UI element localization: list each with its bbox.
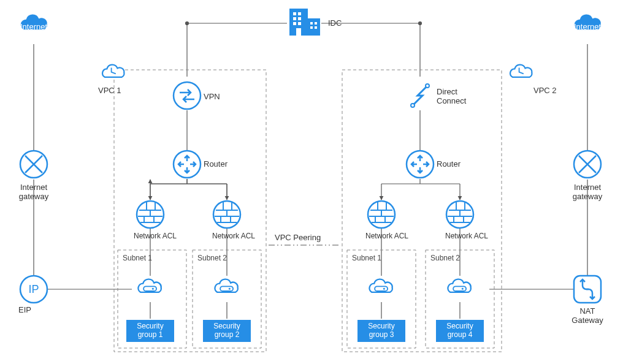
router-left-label: Router <box>204 159 227 169</box>
vpc-peering-label: VPC Peering <box>275 233 321 242</box>
diagram-stage: Internet Internet IP IDC VPC 1 VPC 2 VPN… <box>0 0 623 364</box>
ip-text: IP <box>28 283 39 295</box>
vpc1-label: VPC 1 <box>98 86 121 95</box>
direct-connect-label: Direct Connect <box>437 87 466 105</box>
security-group-1: Security group 1 <box>126 320 174 342</box>
eip-label: EIP <box>18 305 31 314</box>
subnet1-l-label: Subnet 1 <box>123 254 152 262</box>
svg-point-40 <box>419 22 422 25</box>
nacl-label-4: Network ACL <box>445 232 488 240</box>
internet-right-text: Internet <box>574 22 601 31</box>
security-group-2: Security group 2 <box>203 320 251 342</box>
igw-right-label: Internet gateway <box>573 183 602 201</box>
subnet2-r-label: Subnet 2 <box>430 254 460 262</box>
internet-left-text: Internet <box>20 22 47 31</box>
igw-left-label: Internet gateway <box>19 183 48 201</box>
diagram-svg: Internet Internet IP <box>0 0 623 364</box>
idc-label: IDC <box>328 18 342 28</box>
vpc2-label: VPC 2 <box>533 86 557 95</box>
subnet1-r-label: Subnet 1 <box>352 254 381 262</box>
security-group-4: Security group 4 <box>436 320 484 342</box>
nacl-label-1: Network ACL <box>134 232 177 240</box>
nacl-label-3: Network ACL <box>365 232 408 240</box>
nat-label: NAT Gateway <box>571 306 603 325</box>
nacl-label-2: Network ACL <box>212 232 255 240</box>
security-group-3: Security group 3 <box>357 320 405 342</box>
vpn-label: VPN <box>204 92 220 101</box>
svg-rect-62 <box>342 70 502 352</box>
router-right-label: Router <box>437 159 461 169</box>
svg-point-39 <box>186 22 189 25</box>
subnet2-l-label: Subnet 2 <box>197 254 227 262</box>
